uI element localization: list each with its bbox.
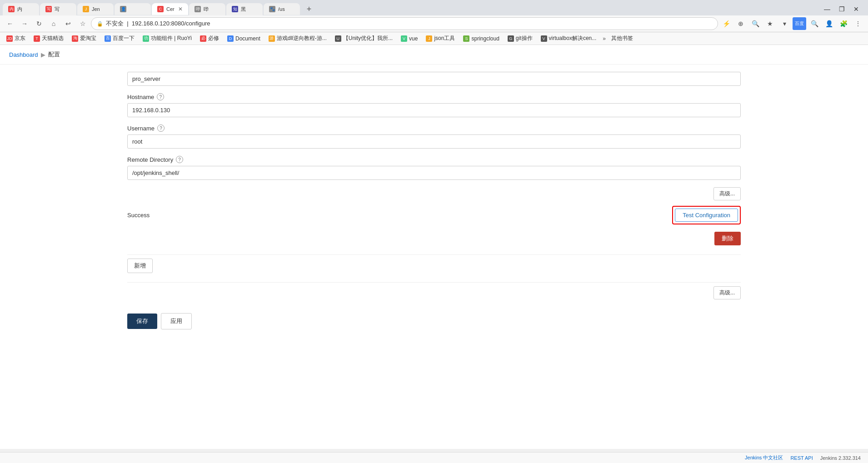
bookmark-jd[interactable]: JD 京东 xyxy=(4,34,28,43)
bookmark-vue-label: vue xyxy=(409,35,418,42)
address-bar[interactable]: 🔒 不安全 | 192.168.0.120:8080/configure xyxy=(91,17,718,30)
remote-directory-input[interactable] xyxy=(127,166,741,180)
more-bookmarks-icon[interactable]: » xyxy=(603,35,606,42)
close-button[interactable]: ✕ xyxy=(851,4,862,15)
breadcrumb-home[interactable]: Dashboard xyxy=(9,51,38,58)
hostname-label-row: Hostname ? xyxy=(127,93,741,100)
search-button[interactable]: 🔍 xyxy=(808,17,821,30)
star-icon[interactable]: ★ xyxy=(763,17,776,30)
save-button[interactable]: 保存 xyxy=(127,314,157,329)
tab-more-1[interactable]: 哔 哔 xyxy=(189,3,225,15)
tab-2[interactable]: 写 写 xyxy=(40,3,76,15)
bookmark-baidu[interactable]: 百 百度一下 xyxy=(102,34,137,43)
json-favicon: J xyxy=(426,35,432,42)
baidu-favicon: 百 xyxy=(105,35,111,42)
vbox-favicon: V xyxy=(541,35,547,42)
bookmark-vbox-label: virtualbox解决cen... xyxy=(549,35,597,42)
tab-more-2[interactable]: 知 黑 xyxy=(226,3,263,15)
tab-active[interactable]: C Cer ✕ xyxy=(152,3,188,15)
delete-button[interactable]: 删除 xyxy=(714,232,741,245)
remote-directory-help-icon[interactable]: ? xyxy=(176,156,183,163)
jd-favicon: JD xyxy=(6,35,13,42)
home-button[interactable]: ⌂ xyxy=(47,17,60,30)
profile-icon[interactable]: 👤 xyxy=(823,17,835,30)
bookmark-taobao[interactable]: 淘 爱淘宝 xyxy=(69,34,99,43)
tab-bar: 内 内 写 写 J Jen 👤 C Cer ✕ 哔 哔 知 黑 🐾 xyxy=(0,0,868,15)
extensions-icon[interactable]: 🧩 xyxy=(837,17,850,30)
tab-active-favicon: C xyxy=(157,6,164,12)
username-help-icon[interactable]: ? xyxy=(157,124,165,132)
bookmark-doc-label: Document xyxy=(235,35,260,42)
address-text: 不安全 | 192.168.0.120:8080/configure xyxy=(106,20,712,28)
apply-button[interactable]: 应用 xyxy=(161,313,192,329)
bookmark-unity[interactable]: U 【Unity优化】我所... xyxy=(332,34,395,43)
lightning-icon[interactable]: ⚡ xyxy=(720,17,733,30)
remote-directory-label-text: Remote Directory xyxy=(127,156,173,163)
bookmark-json-label: json工具 xyxy=(434,35,455,42)
test-configuration-button[interactable]: Test Configuration xyxy=(675,209,738,222)
bookmarks-bar: JD 京东 T 天猫精选 淘 爱淘宝 百 百度一下 功 功能组件 | RuoYi… xyxy=(0,32,868,45)
bookmark-json[interactable]: J json工具 xyxy=(423,34,458,43)
add-button[interactable]: 新增 xyxy=(127,259,153,273)
username-field: Username ? xyxy=(127,124,741,149)
doc-favicon: D xyxy=(227,35,234,42)
minimize-button[interactable]: — xyxy=(822,4,833,15)
chevron-down-icon[interactable]: ▾ xyxy=(778,17,791,30)
restore-button[interactable]: ❐ xyxy=(836,4,847,15)
taobao-favicon: 淘 xyxy=(72,35,78,42)
hostname-input[interactable] xyxy=(127,103,741,117)
advanced-top-button[interactable]: 高级... xyxy=(713,187,741,200)
bookmark-other-label: 其他书签 xyxy=(611,35,633,42)
tab-m1-favicon: 哔 xyxy=(195,6,201,12)
remote-directory-label-row: Remote Directory ? xyxy=(127,156,741,163)
tab-more-3[interactable]: 🐾 /us xyxy=(264,3,300,15)
bookmark-other[interactable]: 其他书签 xyxy=(609,34,636,43)
bookmark-ruoyi[interactable]: 功 功能组件 | RuoYi xyxy=(140,34,195,43)
tab-3[interactable]: J Jen xyxy=(77,3,114,15)
test-config-highlight-border: Test Configuration xyxy=(672,206,741,224)
game-favicon: 游 xyxy=(269,35,275,42)
back-button[interactable]: ← xyxy=(4,17,16,30)
zoom-icon[interactable]: 🔍 xyxy=(749,17,762,30)
tab-4[interactable]: 👤 xyxy=(115,3,151,15)
tab-3-title: Jen xyxy=(92,6,100,12)
security-icon: 🔒 xyxy=(97,21,103,27)
spring-favicon: S xyxy=(463,35,469,42)
bookmark-vbox[interactable]: V virtualbox解决cen... xyxy=(538,34,599,43)
baidu-logo: 百度 xyxy=(793,17,806,30)
bookmark-git[interactable]: G git操作 xyxy=(505,34,535,43)
username-input[interactable] xyxy=(127,134,741,149)
bookmark-game[interactable]: 游 游戏dll逆向教程-游... xyxy=(266,34,329,43)
advanced-bottom-button[interactable]: 高级... xyxy=(713,286,741,299)
reload-button[interactable]: ↻ xyxy=(33,17,45,30)
undo-button[interactable]: ↩ xyxy=(62,17,75,30)
bookmark-spring-label: springcloud xyxy=(471,35,499,42)
success-text: Success xyxy=(127,212,150,219)
advanced-bottom-row: 高级... xyxy=(127,286,741,299)
hostname-field: Hostname ? xyxy=(127,93,741,117)
bookmark-button[interactable]: ☆ xyxy=(76,17,89,30)
new-tab-button[interactable]: + xyxy=(303,3,315,15)
test-config-row: Success Test Configuration xyxy=(127,206,741,224)
tab-1-favicon: 内 xyxy=(8,6,15,12)
bookmark-tmall[interactable]: T 天猫精选 xyxy=(31,34,66,43)
forward-button[interactable]: → xyxy=(18,17,31,30)
bookmark-doc[interactable]: D Document xyxy=(224,35,263,43)
bookmark-bixiu[interactable]: 必 必修 xyxy=(197,34,222,43)
bookmark-git-label: git操作 xyxy=(516,35,533,42)
bookmark-tmall-label: 天猫精选 xyxy=(42,35,64,42)
save-row: 保存 应用 xyxy=(127,313,741,329)
username-label-text: Username xyxy=(127,125,155,132)
ruoyi-favicon: 功 xyxy=(143,35,149,42)
unity-favicon: U xyxy=(335,35,341,42)
tab-1[interactable]: 内 内 xyxy=(3,3,39,15)
tab-2-favicon: 写 xyxy=(45,6,52,12)
server-name-input[interactable] xyxy=(127,72,741,86)
menu-icon[interactable]: ⋮ xyxy=(852,17,864,30)
hostname-help-icon[interactable]: ? xyxy=(157,93,164,100)
breadcrumb-current: 配置 xyxy=(48,50,60,59)
bookmark-spring[interactable]: S springcloud xyxy=(460,35,502,43)
translate-icon[interactable]: ⊕ xyxy=(734,17,747,30)
tab-close-icon[interactable]: ✕ xyxy=(178,6,183,12)
bookmark-vue[interactable]: V vue xyxy=(398,35,420,43)
